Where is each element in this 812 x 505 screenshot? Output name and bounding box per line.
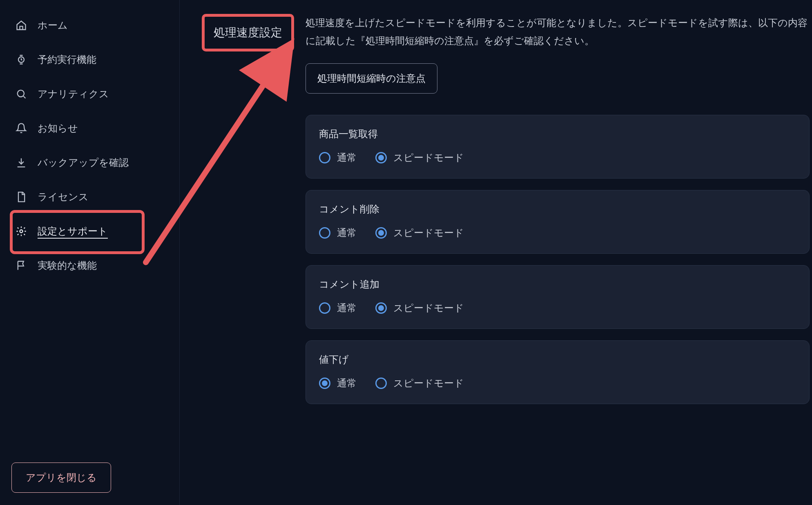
section-title-wrap: 処理速度設定 xyxy=(188,14,294,416)
close-app-button[interactable]: アプリを閉じる xyxy=(11,463,111,493)
gear-icon xyxy=(16,226,27,237)
radio-label: スピードモード xyxy=(393,377,464,390)
radio-indicator xyxy=(375,227,387,239)
download-icon xyxy=(16,157,27,168)
radio-group: 通常 スピードモード xyxy=(319,302,796,315)
radio-group: 通常 スピードモード xyxy=(319,377,796,390)
radio-speed[interactable]: スピードモード xyxy=(375,226,464,239)
sidebar-item-label: お知らせ xyxy=(38,122,78,135)
annotation-highlight-box: 処理速度設定 xyxy=(202,14,294,51)
flag-icon xyxy=(16,260,27,271)
sidebar-item-schedule[interactable]: 予約実行機能 xyxy=(8,42,179,77)
sidebar-item-license[interactable]: ライセンス xyxy=(8,180,179,214)
radio-normal[interactable]: 通常 xyxy=(319,302,357,315)
radio-indicator xyxy=(319,227,330,239)
bell-icon xyxy=(16,123,27,134)
option-card-comment-add: コメント追加 通常 スピードモード xyxy=(306,265,810,329)
radio-speed[interactable]: スピードモード xyxy=(375,151,464,164)
radio-indicator xyxy=(319,302,330,314)
settings-section: 処理速度設定 処理速度を上げたスピードモードを利用することが可能となりました。ス… xyxy=(188,14,810,416)
svg-point-1 xyxy=(18,90,24,97)
sidebar: ホーム 予約実行機能 アナリティクス お知らせ バックアップを確認 xyxy=(0,0,180,505)
option-card-title: コメント削除 xyxy=(319,203,796,216)
radio-indicator xyxy=(375,378,387,389)
option-card-comment-delete: コメント削除 通常 スピードモード xyxy=(306,190,810,254)
notes-button[interactable]: 処理時間短縮時の注意点 xyxy=(306,63,437,94)
radio-normal[interactable]: 通常 xyxy=(319,226,357,239)
sidebar-item-label: 実験的な機能 xyxy=(38,259,97,272)
option-card-title: コメント追加 xyxy=(319,278,796,291)
sidebar-item-label: ライセンス xyxy=(38,190,89,203)
radio-label: スピードモード xyxy=(393,302,464,315)
radio-label: スピードモード xyxy=(393,151,464,164)
radio-indicator xyxy=(319,378,330,389)
close-app-wrap: アプリを閉じる xyxy=(8,463,179,497)
sidebar-item-backup[interactable]: バックアップを確認 xyxy=(8,145,179,180)
radio-label: 通常 xyxy=(337,226,357,239)
search-icon xyxy=(16,88,27,100)
radio-speed[interactable]: スピードモード xyxy=(375,302,464,315)
sidebar-item-label: 設定とサポート xyxy=(38,225,108,238)
radio-label: 通常 xyxy=(337,377,357,390)
radio-indicator xyxy=(319,152,330,163)
section-title: 処理速度設定 xyxy=(214,25,282,40)
svg-point-2 xyxy=(20,230,23,233)
radio-group: 通常 スピードモード xyxy=(319,151,796,164)
section-body: 処理速度を上げたスピードモードを利用することが可能となりました。スピードモードを… xyxy=(306,14,810,416)
option-card-product-list: 商品一覧取得 通常 スピードモード xyxy=(306,115,810,179)
watch-icon xyxy=(16,54,27,65)
radio-normal[interactable]: 通常 xyxy=(319,377,357,390)
sidebar-item-experimental[interactable]: 実験的な機能 xyxy=(8,248,179,283)
sidebar-nav: ホーム 予約実行機能 アナリティクス お知らせ バックアップを確認 xyxy=(8,8,179,283)
radio-indicator xyxy=(375,152,387,163)
sidebar-item-label: 予約実行機能 xyxy=(38,53,96,66)
sidebar-item-settings[interactable]: 設定とサポート xyxy=(8,214,179,248)
sidebar-item-label: アナリティクス xyxy=(38,87,109,101)
option-card-price-down: 値下げ 通常 スピードモード xyxy=(306,340,810,404)
radio-label: 通常 xyxy=(337,151,357,164)
sidebar-item-home[interactable]: ホーム xyxy=(8,8,179,42)
radio-speed[interactable]: スピードモード xyxy=(375,377,464,390)
document-icon xyxy=(16,191,27,203)
radio-group: 通常 スピードモード xyxy=(319,226,796,239)
option-card-title: 商品一覧取得 xyxy=(319,127,796,141)
sidebar-item-analytics[interactable]: アナリティクス xyxy=(8,77,179,111)
section-description: 処理速度を上げたスピードモードを利用することが可能となりました。スピードモードを… xyxy=(306,14,810,50)
sidebar-item-notifications[interactable]: お知らせ xyxy=(8,111,179,145)
sidebar-item-label: ホーム xyxy=(38,19,68,32)
radio-label: スピードモード xyxy=(393,226,464,239)
option-card-title: 値下げ xyxy=(319,353,796,366)
radio-label: 通常 xyxy=(337,302,357,315)
main-content: 処理速度設定 処理速度を上げたスピードモードを利用することが可能となりました。ス… xyxy=(180,0,812,505)
radio-normal[interactable]: 通常 xyxy=(319,151,357,164)
radio-indicator xyxy=(375,302,387,314)
sidebar-item-label: バックアップを確認 xyxy=(38,156,129,169)
home-icon xyxy=(16,20,27,31)
